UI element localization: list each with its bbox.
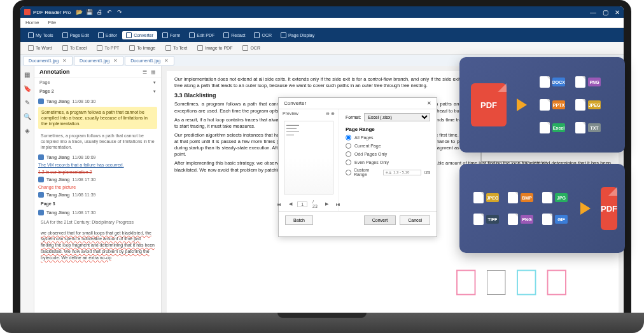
dialog-close-icon[interactable]: ✕ xyxy=(427,100,431,106)
app-name: PDF Reader Pro xyxy=(33,10,71,15)
pdf-badge: PDF xyxy=(471,83,507,126)
ribbon-editor[interactable]: Editor xyxy=(94,31,121,39)
converter-dialog: Converter ✕ Preview ⊖ ⊕ ▬▬▬▬▬▬▬▬▬▬▬▬▬▬▬▬… xyxy=(278,97,437,237)
subribbon-to-image[interactable]: To Image xyxy=(125,44,159,52)
ribbon: My ToolsPage EditEditorConverterFormEdit… xyxy=(20,28,624,42)
arrow-right-icon xyxy=(580,202,591,215)
annotation-item[interactable]: Change the picture xyxy=(38,185,157,189)
first-page-icon[interactable]: ⏮ xyxy=(274,201,284,207)
svg-rect-16 xyxy=(487,271,506,295)
ribbon-redact[interactable]: Redact xyxy=(220,31,249,39)
thumbnails-icon[interactable]: ▦ xyxy=(24,71,31,79)
ribbon-ocr[interactable]: OCR xyxy=(250,31,276,39)
document-tab[interactable]: Document1.jpg✕ xyxy=(125,56,174,65)
document-tab[interactable]: Document1.jpg✕ xyxy=(74,56,123,65)
print-icon[interactable]: 🖨 xyxy=(96,9,102,15)
subribbon-ocr[interactable]: OCR xyxy=(239,44,264,52)
format-badge-png: PNG xyxy=(505,210,536,228)
tab-close-icon[interactable]: ✕ xyxy=(164,58,169,64)
annotation-item[interactable]: Sometimes, a program follows a path that… xyxy=(38,132,157,151)
radio-odd-pages[interactable]: Odd Pages Only xyxy=(346,151,430,157)
annotation-item[interactable]: Sometimes, a program follows a path that… xyxy=(38,107,157,129)
filter-dropdown[interactable]: Page xyxy=(39,80,50,85)
radio-current-page[interactable]: Current Page xyxy=(346,143,430,149)
app-logo-icon xyxy=(24,9,31,15)
layers-icon[interactable]: ◈ xyxy=(24,127,31,135)
grid-view-icon[interactable]: ▦ xyxy=(151,69,156,75)
annotation-item[interactable]: Page 3 xyxy=(38,200,157,207)
annotation-item[interactable]: SLA for the 21st Century: Disciplinary P… xyxy=(38,218,157,226)
subribbon-to-word[interactable]: To Word xyxy=(24,44,56,52)
subribbon-to-text[interactable]: To Text xyxy=(162,44,191,52)
pdf-badge: PDF xyxy=(601,187,617,230)
tab-close-icon[interactable]: ✕ xyxy=(62,58,67,64)
page-input[interactable]: 1 xyxy=(297,201,307,207)
radio-custom-range[interactable]: Custom Range /23 xyxy=(346,168,430,177)
format-badge-jpeg: JPEG xyxy=(573,96,603,114)
titlebar: PDF Reader Pro 📂 💾 🖨 ↶ ↷ — ▢ ✕ xyxy=(20,6,624,18)
close-icon[interactable]: ✕ xyxy=(615,9,620,16)
search-icon[interactable]: 🔍 xyxy=(24,113,31,121)
subribbon-to-excel[interactable]: To Excel xyxy=(59,44,90,52)
svg-rect-15 xyxy=(457,271,475,295)
format-badge-docx: DOCX xyxy=(537,73,568,91)
format-select[interactable]: Excel (.xlsx) xyxy=(364,113,430,121)
annotation-item[interactable]: we observed that for small loops that ge… xyxy=(38,229,157,262)
subribbon-to-ppt[interactable]: To PPT xyxy=(93,44,123,52)
ribbon-page-edit[interactable]: Page Edit xyxy=(59,31,93,39)
annotation-meta: Tang Jiang11/08 17:30 xyxy=(38,177,157,182)
annotation-meta: Tang Jiang11/08 11:39 xyxy=(38,192,157,198)
bookmarks-icon[interactable]: 🔖 xyxy=(24,85,31,93)
pdf-to-formats-card: PDF DOCXPNGPPTXJPEGExcelTXT xyxy=(459,57,625,153)
sort-icon[interactable]: ▾ xyxy=(153,80,156,85)
maximize-icon[interactable]: ▢ xyxy=(603,9,608,16)
menubar: Home File xyxy=(20,18,624,28)
format-badge-tiff: TIFF xyxy=(471,210,501,228)
annotation-item[interactable]: 1.2 in our implementation 2 xyxy=(38,170,157,174)
next-page-icon[interactable]: ▶ xyxy=(323,201,331,207)
annotation-meta: Tang Jiang11/08 17:30 xyxy=(38,210,157,215)
tab-close-icon[interactable]: ✕ xyxy=(113,58,118,64)
ribbon-form[interactable]: Form xyxy=(158,31,184,39)
redo-icon[interactable]: ↷ xyxy=(116,9,123,15)
open-icon[interactable]: 📂 xyxy=(76,9,82,15)
zoom-out-icon[interactable]: ⊖ xyxy=(326,111,330,116)
radio-all-pages[interactable]: All Pages xyxy=(346,135,430,140)
annotation-title: Annotation xyxy=(39,69,70,75)
cancel-button[interactable]: Cancel xyxy=(400,215,430,225)
svg-rect-17 xyxy=(517,271,536,295)
preview-thumbnail: ▬▬▬▬▬▬▬▬▬▬▬▬▬▬▬▬▬ xyxy=(284,121,333,194)
save-icon[interactable]: 💾 xyxy=(86,9,92,15)
page-label: Page 2 xyxy=(39,89,54,94)
custom-range-input[interactable] xyxy=(383,170,421,175)
dialog-title: Converter xyxy=(284,100,306,106)
batch-button[interactable]: Batch xyxy=(285,215,313,225)
format-badge-bmp: BMP xyxy=(505,189,536,207)
annotations-icon[interactable]: ✎ xyxy=(24,99,31,107)
format-badge-txt: TXT xyxy=(573,119,603,137)
format-label: Format: xyxy=(346,115,361,119)
radio-even-pages[interactable]: Even Pages Only xyxy=(346,160,430,165)
convert-button[interactable]: Convert xyxy=(364,215,396,225)
page-range-label: Page Range xyxy=(346,126,430,132)
list-view-icon[interactable]: ☰ xyxy=(143,69,147,75)
document-tab[interactable]: Document1.jpg✕ xyxy=(23,56,73,65)
ribbon-page-display[interactable]: Page Display xyxy=(277,31,318,39)
arrow-right-icon xyxy=(517,99,527,111)
minimize-icon[interactable]: — xyxy=(590,9,596,16)
svg-rect-18 xyxy=(548,271,566,295)
prev-page-icon[interactable]: ◀ xyxy=(286,201,295,207)
format-badge-pptx: PPTX xyxy=(537,96,568,114)
annotation-meta: Tang Jiang11/08 10:09 xyxy=(38,154,157,160)
subribbon-image-to-pdf[interactable]: Image to PDF xyxy=(193,44,236,52)
format-badge-jpeg: JPEG xyxy=(471,189,501,207)
ribbon-edit-pdf[interactable]: Edit PDF xyxy=(185,31,218,39)
annotation-item[interactable]: The VM records that a failure has occurr… xyxy=(38,163,157,167)
undo-icon[interactable]: ↶ xyxy=(106,9,113,15)
ribbon-converter[interactable]: Converter xyxy=(122,31,157,39)
zoom-in-icon[interactable]: ⊕ xyxy=(331,111,335,116)
menu-file[interactable]: File xyxy=(48,20,56,25)
menu-home[interactable]: Home xyxy=(25,20,39,25)
ribbon-my-tools[interactable]: My Tools xyxy=(24,31,57,39)
range-total: /23 xyxy=(424,170,430,175)
